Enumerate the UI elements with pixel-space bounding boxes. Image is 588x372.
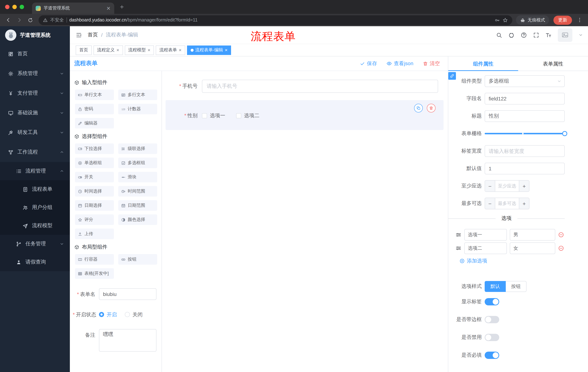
security-label[interactable]: 不安全	[50, 17, 64, 23]
min-select-value[interactable]: 至少应选	[495, 181, 519, 191]
sidebar-item-process-mgmt[interactable]: 流程管理	[0, 162, 70, 180]
component-item[interactable]: 表格[开发中]	[75, 268, 114, 279]
max-select-value[interactable]: 最多可选	[495, 198, 519, 209]
remove-option-icon[interactable]	[558, 232, 564, 238]
sidebar-item-leave-query[interactable]: 请假查询	[0, 253, 70, 271]
link-badge-button[interactable]	[448, 72, 456, 80]
increase-button[interactable]: +	[519, 198, 529, 209]
component-item[interactable]: 编辑器	[75, 118, 114, 128]
window-minimize-button[interactable]	[12, 5, 17, 9]
decrease-button[interactable]: −	[485, 198, 495, 209]
field-phone[interactable]: 手机号 请输入手机号	[166, 80, 443, 93]
component-item[interactable]: 时间选择	[75, 186, 114, 197]
sidebar-item-payment[interactable]: 支付管理	[0, 83, 70, 103]
style-button-button[interactable]: 按钮	[506, 281, 526, 292]
chrome-update-button[interactable]: 更新	[553, 15, 572, 25]
window-close-button[interactable]	[5, 5, 10, 9]
label-width-input[interactable]	[485, 145, 565, 157]
tab-component-props[interactable]: 组件属性	[448, 56, 518, 71]
password-key-icon[interactable]	[494, 17, 500, 23]
component-item[interactable]: 密码	[75, 104, 114, 114]
component-item[interactable]: 级联选择	[118, 143, 157, 154]
field-gender-selected[interactable]: 性别 选项一 选项二	[166, 100, 443, 130]
font-size-icon[interactable]	[546, 32, 552, 38]
component-item[interactable]: 多行文本	[118, 90, 157, 100]
component-item[interactable]: 评分	[75, 214, 114, 225]
fullscreen-icon[interactable]	[533, 32, 539, 38]
decrease-button[interactable]: −	[485, 181, 495, 191]
drag-handle-icon[interactable]	[456, 232, 461, 238]
title-input[interactable]	[485, 110, 565, 122]
address-bar[interactable]: 不安全 dashboard.yudao.iocoder.cn/bpm/manag…	[39, 15, 512, 25]
form-remark-textarea[interactable]: 嘿嘿	[99, 329, 157, 352]
url-text[interactable]: dashboard.yudao.iocoder.cn/bpm/manager/f…	[69, 18, 492, 22]
sidebar-item-process-model[interactable]: 流程模型	[0, 217, 70, 235]
sidebar-logo[interactable]: 芋道管理系统	[0, 26, 70, 44]
checkbox-option-1[interactable]: 选项一	[202, 112, 225, 119]
save-button[interactable]: 保存	[360, 60, 377, 67]
component-item[interactable]: 日期范围	[118, 200, 157, 211]
remove-option-icon[interactable]	[558, 245, 564, 251]
add-option-button[interactable]: 添加选项	[460, 258, 565, 264]
tag-process-model[interactable]: 流程模型 ×	[125, 45, 154, 55]
component-item[interactable]: 多选框组	[118, 158, 157, 168]
help-icon[interactable]	[521, 32, 527, 38]
field-phone-input[interactable]: 请输入手机号	[202, 80, 438, 93]
form-name-input[interactable]	[99, 288, 157, 300]
breadcrumb-home[interactable]: 首页	[88, 32, 98, 38]
sidebar-item-process-form[interactable]: 流程表单	[0, 180, 70, 198]
bookmark-star-icon[interactable]	[503, 17, 508, 23]
component-item[interactable]: 按钮	[118, 254, 157, 265]
default-value-input[interactable]	[485, 163, 565, 174]
checkbox-box[interactable]	[202, 113, 207, 118]
component-item[interactable]: 滑块	[118, 172, 157, 182]
tag-home[interactable]: 首页	[76, 45, 92, 55]
field-gender[interactable]: 性别 选项一 选项二	[166, 112, 438, 119]
field-name-input[interactable]	[485, 93, 565, 105]
style-default-button[interactable]: 默认	[485, 281, 506, 292]
clear-button[interactable]: 清空	[423, 60, 440, 67]
component-item[interactable]: 单行文本	[75, 90, 114, 100]
browser-tab[interactable]: 芋道管理系统 ✕	[32, 2, 114, 14]
copy-field-button[interactable]	[414, 104, 423, 112]
component-item[interactable]: 日期选择	[75, 200, 114, 211]
tag-close-icon[interactable]: ×	[179, 48, 181, 53]
tag-close-icon[interactable]: ×	[116, 48, 119, 53]
component-item[interactable]: 行容器	[75, 254, 114, 265]
checkbox-box[interactable]	[236, 113, 241, 118]
user-avatar[interactable]	[558, 28, 572, 42]
search-icon[interactable]	[496, 32, 502, 38]
sidebar-item-home[interactable]: 首页	[0, 44, 70, 64]
delete-field-button[interactable]	[427, 104, 436, 112]
tab-form-props[interactable]: 表单属性	[518, 56, 588, 71]
component-item[interactable]: 单选框组	[75, 158, 114, 168]
sidebar-item-infra[interactable]: 基础设施	[0, 103, 70, 123]
component-item[interactable]: 上传	[75, 229, 114, 239]
component-item[interactable]: 颜色选择	[118, 214, 157, 225]
option-value-input[interactable]	[510, 229, 555, 241]
design-canvas[interactable]: 手机号 请输入手机号 性别	[162, 71, 448, 372]
tab-close-icon[interactable]: ✕	[106, 6, 111, 11]
sidebar-item-system[interactable]: 系统管理	[0, 64, 70, 83]
checkbox-option-2[interactable]: 选项二	[236, 112, 259, 119]
grid-slider[interactable]	[485, 128, 565, 139]
option-value-input[interactable]	[510, 242, 555, 254]
component-item[interactable]: 时间范围	[118, 186, 157, 197]
disabled-switch[interactable]	[485, 334, 499, 341]
tag-process-definition[interactable]: 流程定义 ×	[94, 45, 123, 55]
slider-handle[interactable]	[562, 131, 567, 136]
component-item[interactable]: 下拉选择	[75, 143, 114, 154]
back-button[interactable]	[4, 15, 13, 25]
sidebar-item-task-mgmt[interactable]: 任务管理	[0, 235, 70, 253]
reload-button[interactable]	[25, 15, 35, 25]
drag-handle-icon[interactable]	[456, 245, 461, 251]
sidebar-item-devtools[interactable]: 研发工具	[0, 123, 70, 142]
required-switch[interactable]	[485, 352, 499, 359]
show-label-switch[interactable]	[485, 298, 499, 305]
chrome-menu-button[interactable]	[575, 15, 584, 25]
tag-process-form-edit[interactable]: 流程表单-编辑 ×	[187, 45, 231, 55]
radio-closed[interactable]: 关闭	[125, 309, 143, 320]
forward-button[interactable]	[15, 15, 24, 25]
tag-process-form[interactable]: 流程表单 ×	[156, 45, 185, 55]
border-switch[interactable]	[485, 316, 499, 323]
